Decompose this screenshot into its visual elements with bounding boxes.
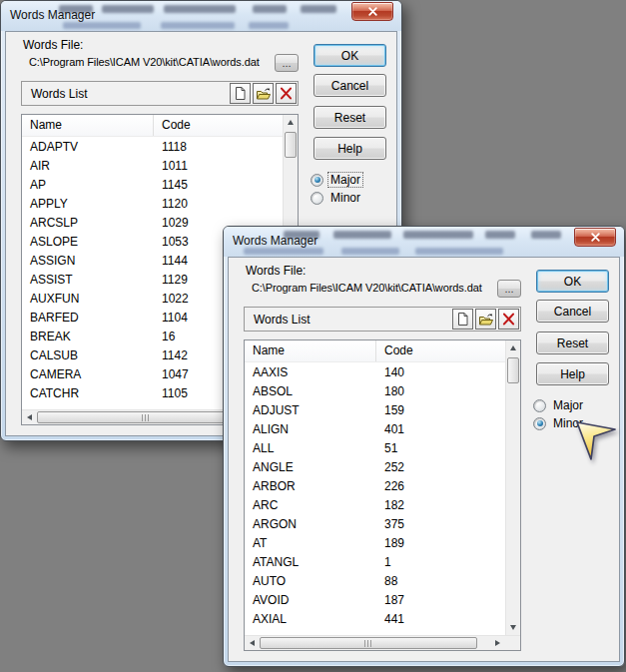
new-word-button[interactable] (452, 309, 473, 330)
column-header-code[interactable]: Code (154, 115, 191, 136)
word-name: CATCHR (22, 386, 162, 400)
delete-word-button[interactable] (276, 83, 297, 104)
table-row[interactable]: AIR 1011 (22, 156, 283, 175)
titlebar[interactable]: Words Manager (1, 1, 401, 31)
words-list-title: Words List (254, 313, 310, 327)
scroll-up-button[interactable] (506, 340, 520, 355)
ok-button[interactable]: OK (536, 270, 609, 293)
radio-major[interactable]: Major (311, 173, 362, 187)
column-header-name[interactable]: Name (22, 115, 154, 136)
table-row[interactable]: ABSOL 180 (245, 381, 505, 400)
glass-blur-artifact (485, 231, 515, 239)
glass-blur-artifact (341, 248, 399, 255)
word-name: AVOID (245, 593, 384, 607)
table-row[interactable]: ARC 182 (245, 495, 505, 514)
table-row[interactable]: AVOID 187 (245, 590, 505, 609)
words-list-toolbar: Words List (21, 81, 299, 106)
table-row[interactable]: AUTO 88 (245, 571, 505, 590)
scroll-left-button[interactable] (22, 410, 37, 424)
vertical-scroll-thumb[interactable] (285, 132, 297, 158)
table-row[interactable]: ARGON 375 (245, 514, 505, 533)
table-row[interactable]: ADAPTV 1118 (22, 137, 283, 156)
word-code: 1105 (162, 386, 188, 400)
words-table-body: AAXIS 140 ABSOL 180 ADJUST (245, 362, 505, 635)
scroll-left-button[interactable] (245, 636, 260, 650)
word-name: ALL (245, 441, 384, 455)
word-code: 189 (384, 536, 404, 550)
table-row[interactable]: APPLY 1120 (22, 194, 283, 213)
cursor-arrow (571, 415, 625, 469)
new-word-button[interactable] (230, 83, 251, 104)
down-arrow-icon (510, 625, 516, 630)
word-code: 1053 (162, 235, 189, 249)
browse-button[interactable]: ... (275, 54, 299, 72)
new-document-icon (456, 312, 469, 327)
radio-minor[interactable]: Minor (311, 191, 362, 205)
horizontal-scrollbar[interactable] (245, 636, 505, 650)
dialog-body: Words File: C:\Program Files\ICAM V20\ki… (228, 257, 620, 662)
table-row[interactable]: ALL 51 (245, 438, 505, 457)
table-row[interactable]: ADJUST 159 (245, 400, 505, 419)
new-document-icon (234, 86, 247, 101)
word-code: 1120 (162, 197, 188, 211)
right-arrow-icon (495, 640, 500, 646)
help-button[interactable]: Help (313, 137, 386, 160)
word-code: 182 (384, 498, 404, 512)
word-code: 1144 (162, 254, 188, 268)
word-name: ADJUST (245, 403, 384, 417)
column-header-code[interactable]: Code (376, 340, 413, 361)
word-code: 401 (384, 422, 404, 436)
close-icon (591, 233, 600, 242)
up-arrow-icon (510, 345, 516, 350)
ok-button[interactable]: OK (313, 44, 386, 67)
column-header-name[interactable]: Name (245, 340, 376, 361)
word-code: 140 (384, 365, 404, 379)
table-row[interactable]: AAXIS 140 (245, 362, 505, 381)
table-row[interactable]: ATANGL 1 (245, 552, 505, 571)
thumb-grip (364, 640, 372, 647)
word-code: 1029 (162, 216, 189, 230)
words-file-label: Words File: (246, 264, 306, 278)
scroll-down-button[interactable] (506, 620, 520, 635)
scroll-right-button[interactable] (490, 636, 505, 650)
vertical-scroll-thumb[interactable] (507, 357, 519, 383)
scroll-up-button[interactable] (284, 115, 298, 130)
radio-major[interactable]: Major (533, 398, 585, 412)
table-row[interactable]: ANGLE 252 (245, 457, 505, 476)
close-button[interactable] (574, 228, 616, 247)
cancel-button[interactable]: Cancel (536, 300, 609, 323)
word-code: 441 (384, 612, 404, 626)
word-name: AT (245, 536, 384, 550)
word-code: 159 (384, 403, 404, 417)
delete-x-icon (280, 87, 293, 100)
open-words-file-button[interactable] (253, 83, 274, 104)
browse-button[interactable]: ... (497, 280, 521, 298)
word-name: AUXFUN (22, 292, 162, 306)
word-name: ARGON (245, 517, 384, 531)
delete-word-button[interactable] (498, 309, 519, 330)
left-arrow-icon (250, 640, 255, 646)
word-code: 187 (384, 593, 404, 607)
word-name: CAMERA (22, 367, 162, 381)
table-row[interactable]: AT 189 (245, 533, 505, 552)
window-title: Words Manager (10, 8, 95, 22)
horizontal-scroll-thumb[interactable] (260, 637, 477, 649)
table-row[interactable]: ALIGN 401 (245, 419, 505, 438)
cancel-button[interactable]: Cancel (313, 74, 386, 97)
glass-blur-artifact (333, 231, 391, 239)
help-button[interactable]: Help (536, 362, 609, 385)
word-code: 1011 (162, 159, 188, 173)
titlebar[interactable]: Words Manager (224, 227, 624, 257)
table-row[interactable]: AP 1145 (22, 175, 283, 194)
table-row[interactable]: ARBOR 226 (245, 476, 505, 495)
close-button[interactable] (351, 2, 393, 21)
word-name: ANGLE (245, 460, 384, 474)
word-code: 51 (384, 441, 397, 455)
reset-button[interactable]: Reset (313, 106, 386, 129)
words-file-path: C:\Program Files\ICAM V20\kit\CATIA\word… (252, 282, 482, 294)
vertical-scrollbar[interactable] (505, 340, 520, 635)
reset-button[interactable]: Reset (536, 332, 609, 354)
open-folder-icon (478, 313, 494, 327)
table-row[interactable]: AXIAL 441 (245, 609, 505, 628)
open-words-file-button[interactable] (475, 309, 496, 330)
